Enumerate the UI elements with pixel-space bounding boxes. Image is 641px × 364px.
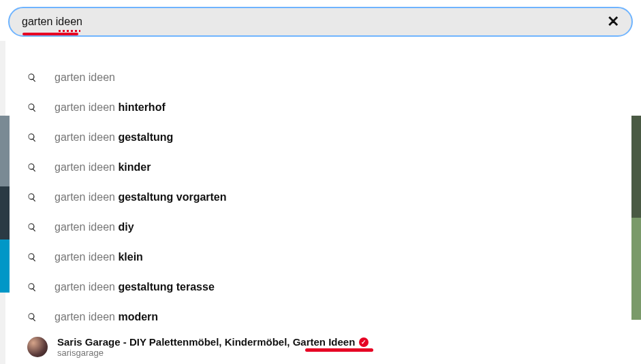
search-icon	[27, 312, 37, 322]
suggestion-label: garten ideen diy	[54, 221, 134, 233]
suggestion-label: garten ideen hinterhof	[54, 101, 166, 114]
search-icon	[27, 252, 37, 262]
bg-strip	[0, 116, 10, 293]
profile-title: Saris Garage - DIY Palettenmöbel, Kinder…	[57, 336, 355, 348]
suggestion-label: garten ideen modern	[54, 311, 158, 323]
profile-suggestion[interactable]: Saris Garage - DIY Palettenmöbel, Kinder…	[15, 332, 626, 358]
suggestion-item[interactable]: garten ideen hinterhof	[15, 93, 626, 122]
search-icon	[27, 282, 37, 292]
search-icon	[27, 73, 37, 82]
search-icon	[27, 193, 37, 202]
search-dropdown: garten ideengarten ideen hinterhofgarten…	[15, 42, 626, 358]
suggestion-item[interactable]: garten ideen modern	[15, 302, 626, 332]
suggestion-item[interactable]: garten ideen diy	[15, 212, 626, 242]
search-icon	[27, 163, 37, 172]
suggestion-label: garten ideen gestaltung	[54, 131, 173, 144]
suggestion-label: garten ideen	[54, 71, 115, 84]
spellcheck-squiggle	[59, 30, 80, 32]
suggestion-label: garten ideen klein	[54, 251, 143, 263]
suggestion-label: garten ideen gestaltung terasse	[54, 281, 215, 293]
bg-strip	[631, 116, 641, 320]
suggestion-item[interactable]: garten ideen kinder	[15, 152, 626, 182]
suggestion-item[interactable]: garten ideen gestaltung	[15, 122, 626, 152]
suggestion-item[interactable]: garten ideen gestaltung vorgarten	[15, 182, 626, 212]
avatar	[27, 337, 48, 357]
profile-text: Saris Garage - DIY Palettenmöbel, Kinder…	[57, 336, 369, 358]
verified-icon	[359, 337, 369, 347]
search-icon	[27, 133, 37, 142]
suggestion-label: garten ideen kinder	[54, 161, 151, 173]
annotation-underline	[22, 33, 78, 35]
search-bar[interactable]: ✕	[8, 7, 633, 37]
search-icon	[27, 103, 37, 112]
suggestion-item[interactable]: garten ideen klein	[15, 242, 626, 272]
annotation-underline	[305, 348, 373, 352]
search-input[interactable]	[22, 16, 607, 28]
clear-icon[interactable]: ✕	[607, 14, 619, 29]
suggestion-item[interactable]: garten ideen gestaltung terasse	[15, 272, 626, 302]
suggestion-label: garten ideen gestaltung vorgarten	[54, 191, 227, 203]
search-icon	[27, 222, 37, 232]
suggestion-item[interactable]: garten ideen	[15, 63, 626, 93]
